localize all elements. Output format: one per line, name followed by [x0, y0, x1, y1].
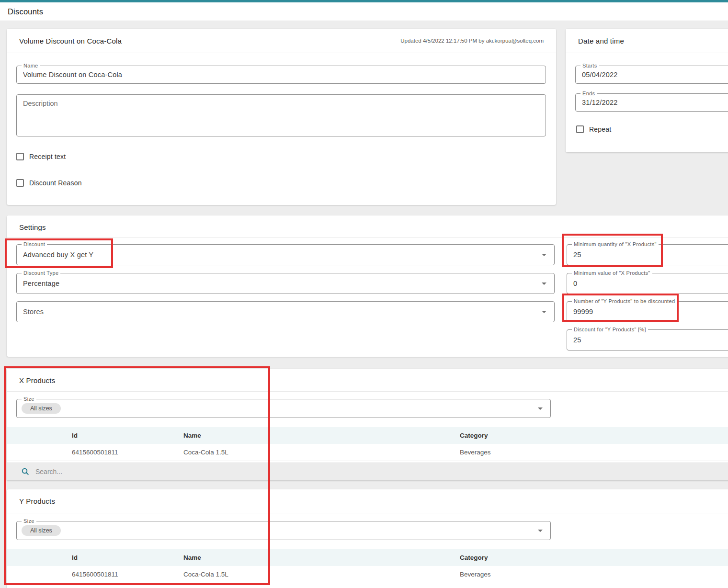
discount-type-select-value: Percentage: [23, 280, 59, 287]
repeat-checkbox-row[interactable]: Repeat: [576, 125, 611, 133]
repeat-label: Repeat: [589, 125, 611, 133]
general-card: Volume Discount on Coca-Cola Updated 4/5…: [7, 29, 556, 205]
settings-divider: [7, 237, 728, 238]
column-header-id: Id: [7, 432, 183, 439]
settings-card: Settings Discount Advanced buy X get Y D…: [7, 215, 728, 357]
name-input[interactable]: [23, 71, 539, 79]
receipt-text-checkbox[interactable]: [16, 153, 24, 160]
x-all-sizes-chip[interactable]: All sizes: [22, 403, 61, 414]
min-value-x-label: Minimum value of "X Products": [572, 270, 652, 276]
discount-reason-checkbox-row[interactable]: Discount Reason: [16, 179, 82, 187]
date-time-title: Date and time: [578, 37, 624, 45]
column-header-id: Id: [7, 554, 183, 561]
discount-y-pct-input[interactable]: [573, 336, 728, 344]
app-header: Discounts: [0, 2, 728, 21]
x-product-category: Beverages: [460, 449, 728, 456]
ends-input[interactable]: [582, 99, 727, 106]
column-header-name: Name: [183, 554, 460, 561]
column-header-category: Category: [460, 432, 728, 439]
x-products-search-input[interactable]: [35, 468, 227, 475]
name-field[interactable]: Name: [16, 66, 546, 84]
y-products-title: Y Products: [19, 497, 55, 505]
discount-reason-checkbox[interactable]: [16, 179, 24, 187]
x-products-search-bar[interactable]: [7, 463, 728, 480]
x-products-title: X Products: [19, 376, 55, 384]
receipt-text-label: Receipt text: [29, 153, 66, 160]
chevron-down-icon: [538, 407, 543, 410]
num-y-discounted-label: Number of "Y Products" to be discounted: [572, 298, 677, 304]
settings-title: Settings: [19, 223, 46, 231]
updated-info: Updated 4/5/2022 12:17:50 PM by aki.korp…: [400, 38, 544, 44]
x-size-select[interactable]: Size All sizes: [16, 399, 551, 418]
search-icon: [21, 467, 30, 476]
column-header-name: Name: [183, 432, 460, 439]
discount-y-pct-label: Discount for "Y Products" [%]: [572, 327, 648, 332]
x-products-divider: [7, 391, 728, 392]
general-card-header: Volume Discount on Coca-Cola Updated 4/5…: [7, 29, 556, 53]
date-time-card-header: Date and time: [566, 29, 728, 53]
chevron-down-icon: [542, 283, 546, 285]
y-products-table-header: Id Name Category: [7, 549, 728, 566]
x-product-name: Coca-Cola 1.5L: [183, 449, 460, 456]
y-size-select-label: Size: [22, 518, 36, 524]
min-quantity-x-label: Minimum quantity of "X Products": [572, 241, 659, 247]
discount-type-select[interactable]: Discount Type Percentage: [16, 273, 555, 294]
column-header-category: Category: [460, 554, 728, 561]
repeat-checkbox[interactable]: [576, 125, 584, 133]
starts-field-label: Starts: [580, 63, 599, 68]
discount-reason-label: Discount Reason: [29, 179, 82, 187]
discount-select-value: Advanced buy X get Y: [23, 251, 93, 259]
starts-field[interactable]: Starts: [575, 66, 728, 84]
stores-select-value: Stores: [23, 308, 44, 316]
date-time-card: Date and time Starts Ends Repeat: [566, 29, 728, 152]
ends-field[interactable]: Ends: [575, 93, 728, 112]
num-y-discounted-input[interactable]: [573, 308, 728, 316]
y-product-name: Coca-Cola 1.5L: [183, 571, 460, 578]
x-products-table-header: Id Name Category: [7, 427, 728, 444]
discount-name-title: Volume Discount on Coca-Cola: [19, 37, 122, 45]
chevron-down-icon: [542, 311, 546, 313]
y-product-id: 6415600501811: [7, 571, 183, 578]
ends-field-label: Ends: [580, 90, 597, 96]
name-field-label: Name: [22, 63, 40, 68]
discount-y-pct-field[interactable]: Discount for "Y Products" [%]: [567, 329, 728, 351]
y-product-category: Beverages: [460, 571, 728, 578]
y-products-divider: [7, 513, 728, 513]
discount-select-label: Discount: [22, 241, 47, 247]
chevron-down-icon: [538, 530, 543, 532]
y-size-select[interactable]: Size All sizes: [16, 521, 551, 540]
min-quantity-x-input[interactable]: [573, 251, 728, 259]
y-all-sizes-chip[interactable]: All sizes: [22, 525, 61, 536]
description-textarea[interactable]: [16, 94, 546, 136]
discount-select[interactable]: Discount Advanced buy X get Y: [16, 244, 555, 265]
chevron-down-icon: [542, 254, 546, 256]
y-products-card: Y Products Size All sizes Id Name Catego…: [7, 489, 728, 588]
x-product-id: 6415600501811: [7, 449, 183, 456]
page-title: Discounts: [8, 7, 43, 16]
receipt-text-checkbox-row[interactable]: Receipt text: [16, 153, 66, 160]
discount-type-select-label: Discount Type: [22, 270, 60, 276]
y-products-table-row[interactable]: 6415600501811 Coca-Cola 1.5L Beverages: [7, 566, 728, 583]
x-products-card: X Products Size All sizes Id Name Catego…: [7, 369, 728, 480]
starts-input[interactable]: [582, 71, 727, 79]
x-products-table-row[interactable]: 6415600501811 Coca-Cola 1.5L Beverages: [7, 444, 728, 461]
min-quantity-x-field[interactable]: Minimum quantity of "X Products": [567, 244, 728, 265]
x-size-select-label: Size: [22, 396, 36, 402]
min-value-x-field[interactable]: Minimum value of "X Products": [567, 273, 728, 294]
stores-select[interactable]: Stores: [16, 301, 555, 322]
min-value-x-input[interactable]: [573, 280, 728, 287]
num-y-discounted-field[interactable]: Number of "Y Products" to be discounted: [567, 301, 728, 322]
